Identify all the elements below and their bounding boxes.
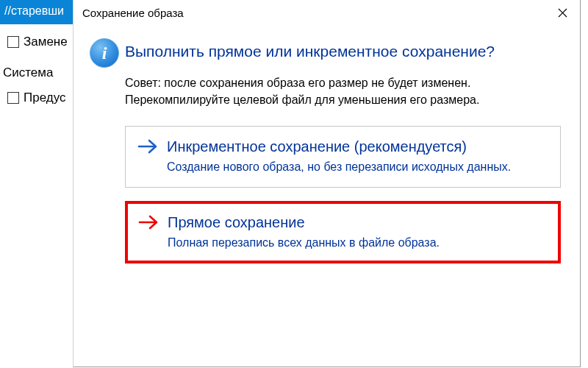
checkbox-icon [7, 36, 19, 48]
main-column: Выполнить прямое или инкрементное сохран… [125, 38, 567, 277]
save-image-dialog: Сохранение образа i Выполнить прямое или… [74, 0, 581, 367]
dialog-question: Выполнить прямое или инкрементное сохран… [125, 41, 537, 62]
dialog-content: i Выполнить прямое или инкрементное сохр… [74, 25, 580, 277]
icon-column: i [84, 38, 125, 277]
close-icon [558, 8, 567, 18]
checkbox-row-1[interactable]: Замене [7, 35, 73, 49]
option-incremental-save[interactable]: Инкрементное сохранение (рекомендуется) … [125, 126, 561, 188]
tab-label: /старевши [7, 4, 64, 17]
dialog-title: Сохранение образа [82, 7, 545, 19]
option-direct-save[interactable]: Прямое сохранение Полная перезапись всех… [125, 201, 561, 264]
info-icon: i [90, 38, 119, 68]
option-title: Прямое сохранение [168, 213, 549, 232]
option-description: Полная перезапись всех данных в файле об… [168, 235, 549, 251]
arrow-right-icon [138, 213, 168, 251]
arrow-right-icon [137, 137, 167, 175]
background-active-tab[interactable]: //старевши [0, 0, 73, 24]
checkbox-row-2[interactable]: Предус [7, 91, 73, 105]
checkbox-label: Предус [24, 91, 65, 105]
option-title: Инкрементное сохранение (рекомендуется) [167, 137, 550, 156]
checkbox-icon [7, 92, 19, 104]
background-panel: //старевши Замене Система Предус [0, 0, 74, 368]
section-heading: Система [3, 66, 73, 80]
checkbox-label: Замене [24, 35, 68, 49]
option-texts: Прямое сохранение Полная перезапись всех… [168, 213, 549, 251]
dialog-tip: Совет: после сохранения образа его разме… [125, 75, 530, 108]
option-description: Создание нового образа, но без перезапис… [167, 159, 550, 175]
dialog-titlebar: Сохранение образа [74, 0, 580, 25]
close-button[interactable] [545, 0, 580, 25]
option-texts: Инкрементное сохранение (рекомендуется) … [167, 137, 550, 175]
